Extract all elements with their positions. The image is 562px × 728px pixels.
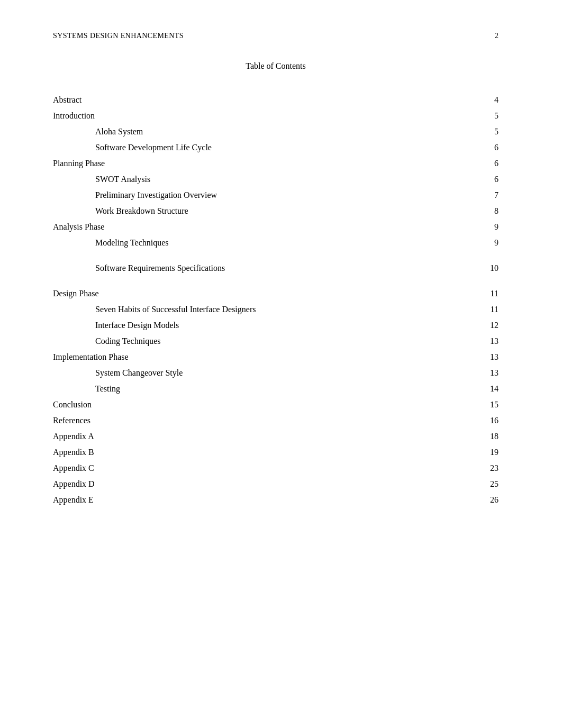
page-number: 2 xyxy=(495,32,498,40)
page: SYSTEMS DESIGN ENHANCEMENTS 2 Table of C… xyxy=(0,0,562,728)
toc-entry: Software Requirements Specifications10 xyxy=(53,260,498,276)
entry-label: Appendix C xyxy=(53,463,94,473)
entry-label: Planning Phase xyxy=(53,159,105,168)
entry-page: 16 xyxy=(483,416,498,425)
entry-page: 6 xyxy=(483,175,498,184)
toc-entry: Modeling Techniques9 xyxy=(53,235,498,251)
entry-page: 12 xyxy=(483,321,498,330)
entry-page: 13 xyxy=(483,368,498,378)
entry-label: Testing xyxy=(95,384,120,394)
entry-label: SWOT Analysis xyxy=(95,175,150,184)
toc-entry: Implementation Phase13 xyxy=(53,349,498,365)
toc-entry: Coding Techniques13 xyxy=(53,333,498,349)
entry-page: 11 xyxy=(483,289,498,298)
entry-page: 18 xyxy=(483,432,498,441)
entry-page: 14 xyxy=(483,384,498,394)
toc-entries: Abstract4Introduction5Aloha System5Softw… xyxy=(53,92,498,508)
entry-page: 4 xyxy=(483,95,498,105)
entry-page: 11 xyxy=(483,305,498,314)
entry-label: Interface Design Models xyxy=(95,321,179,330)
toc-entry: Software Development Life Cycle6 xyxy=(53,140,498,156)
entry-label: Modeling Techniques xyxy=(95,238,169,248)
toc-entry: Appendix D25 xyxy=(53,476,498,492)
toc-entry: Introduction5 xyxy=(53,108,498,124)
toc-entry: Planning Phase6 xyxy=(53,156,498,171)
toc-entry: References16 xyxy=(53,413,498,429)
entry-label: Aloha System xyxy=(95,127,143,136)
entry-label: Appendix D xyxy=(53,479,95,489)
entry-page: 10 xyxy=(483,263,498,273)
toc-entry: SWOT Analysis6 xyxy=(53,171,498,187)
entry-page: 25 xyxy=(483,479,498,489)
toc-entry: Design Phase11 xyxy=(53,286,498,302)
entry-label: Analysis Phase xyxy=(53,222,104,232)
entry-label: Implementation Phase xyxy=(53,352,129,362)
entry-label: Appendix B xyxy=(53,448,94,457)
toc-entry: Seven Habits of Successful Interface Des… xyxy=(53,302,498,317)
toc-entry: Analysis Phase9 xyxy=(53,219,498,235)
entry-label: Work Breakdown Structure xyxy=(95,206,188,216)
toc-entry: Testing14 xyxy=(53,381,498,397)
entry-page: 5 xyxy=(483,127,498,136)
entry-label: Seven Habits of Successful Interface Des… xyxy=(95,305,256,314)
entry-label: Software Requirements Specifications xyxy=(95,263,225,273)
toc-entry: Appendix C23 xyxy=(53,460,498,476)
entry-label: References xyxy=(53,416,90,425)
toc-entry: Appendix B19 xyxy=(53,444,498,460)
entry-label: Introduction xyxy=(53,111,95,121)
toc-entry: Interface Design Models12 xyxy=(53,317,498,333)
entry-label: Appendix A xyxy=(53,432,94,441)
entry-label: Software Development Life Cycle xyxy=(95,143,212,152)
toc-entry: Abstract4 xyxy=(53,92,498,108)
entry-page: 15 xyxy=(483,400,498,410)
entry-label: Abstract xyxy=(53,95,81,105)
toc-heading: Table of Contents xyxy=(53,61,498,71)
toc-entry: Work Breakdown Structure8 xyxy=(53,203,498,219)
entry-label: Design Phase xyxy=(53,289,99,298)
entry-label: Preliminary Investigation Overview xyxy=(95,190,217,200)
page-header: SYSTEMS DESIGN ENHANCEMENTS 2 xyxy=(53,32,498,40)
entry-page: 6 xyxy=(483,159,498,168)
toc-entry: Aloha System5 xyxy=(53,124,498,140)
entry-label: Coding Techniques xyxy=(95,336,160,346)
entry-page: 26 xyxy=(483,495,498,505)
entry-page: 19 xyxy=(483,448,498,457)
entry-page: 6 xyxy=(483,143,498,152)
entry-label: Conclusion xyxy=(53,400,92,410)
entry-page: 9 xyxy=(483,238,498,248)
entry-page: 13 xyxy=(483,336,498,346)
toc-entry: Preliminary Investigation Overview7 xyxy=(53,187,498,203)
entry-page: 8 xyxy=(483,206,498,216)
entry-page: 7 xyxy=(483,190,498,200)
document-title: SYSTEMS DESIGN ENHANCEMENTS xyxy=(53,32,184,40)
entry-page: 9 xyxy=(483,222,498,232)
entry-label: Appendix E xyxy=(53,495,94,505)
entry-label: System Changeover Style xyxy=(95,368,183,378)
toc-entry: Appendix A18 xyxy=(53,429,498,444)
entry-page: 23 xyxy=(483,463,498,473)
toc-entry: System Changeover Style13 xyxy=(53,365,498,381)
entry-page: 13 xyxy=(483,352,498,362)
toc-entry: Appendix E26 xyxy=(53,492,498,508)
toc-entry: Conclusion15 xyxy=(53,397,498,413)
entry-page: 5 xyxy=(483,111,498,121)
